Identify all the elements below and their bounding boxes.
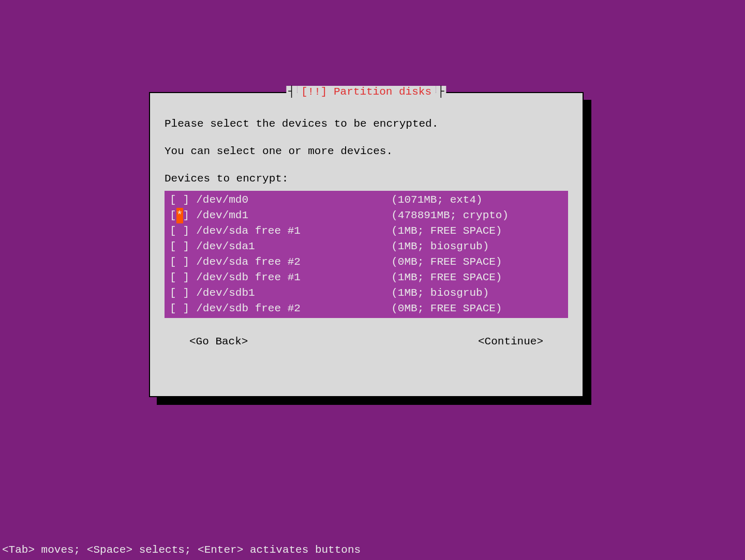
checkbox-mark: *	[176, 208, 183, 223]
dialog-title-bar: ┤ [!!] Partition disks ├	[286, 86, 446, 98]
device-name: /dev/md1	[189, 208, 391, 223]
device-row[interactable]: [ ]/dev/sda free #1(1MB; FREE SPACE)	[165, 223, 568, 239]
device-checkbox[interactable]: [*]	[170, 208, 189, 223]
checkbox-mark	[176, 239, 183, 254]
device-row[interactable]: [ ]/dev/sdb free #2(0MB; FREE SPACE)	[165, 301, 568, 316]
device-row[interactable]: [ ]/dev/md0(1071MB; ext4)	[165, 192, 568, 208]
device-info: (478891MB; crypto)	[391, 208, 509, 223]
device-info: (1MB; biosgrub)	[391, 239, 489, 254]
device-name: /dev/sda free #1	[189, 223, 391, 239]
device-name: /dev/sda1	[189, 239, 391, 254]
instruction-text-1: Please select the devices to be encrypte…	[165, 118, 568, 130]
device-checkbox[interactable]: [ ]	[170, 285, 189, 301]
continue-button[interactable]: <Continue>	[478, 336, 543, 347]
checkbox-mark	[176, 301, 183, 316]
device-row[interactable]: [ ]/dev/sdb free #1(1MB; FREE SPACE)	[165, 270, 568, 285]
device-info: (1MB; FREE SPACE)	[391, 270, 502, 285]
device-row[interactable]: [ ]/dev/sda1(1MB; biosgrub)	[165, 239, 568, 254]
device-checkbox[interactable]: [ ]	[170, 223, 189, 239]
device-info: (1MB; FREE SPACE)	[391, 223, 502, 239]
button-row: <Go Back> <Continue>	[165, 336, 568, 347]
checkbox-mark	[176, 254, 183, 270]
device-info: (0MB; FREE SPACE)	[391, 301, 502, 316]
device-checkbox[interactable]: [ ]	[170, 239, 189, 254]
title-decoration-right: ├	[436, 86, 446, 98]
checkbox-mark	[176, 270, 183, 285]
go-back-button[interactable]: <Go Back>	[189, 336, 248, 347]
device-checkbox[interactable]: [ ]	[170, 192, 189, 208]
device-name: /dev/sdb1	[189, 285, 391, 301]
device-name: /dev/sda free #2	[189, 254, 391, 270]
partition-dialog: ┤ [!!] Partition disks ├ Please select t…	[149, 92, 584, 397]
checkbox-mark	[176, 192, 183, 208]
title-decoration-left: ┤	[286, 86, 297, 98]
dialog-content: Please select the devices to be encrypte…	[150, 93, 583, 362]
device-row[interactable]: [ ]/dev/sda free #2(0MB; FREE SPACE)	[165, 254, 568, 270]
device-checkbox[interactable]: [ ]	[170, 301, 189, 316]
footer-help-text: <Tab> moves; <Space> selects; <Enter> ac…	[2, 544, 361, 556]
device-name: /dev/md0	[189, 192, 391, 208]
device-row[interactable]: [ ]/dev/sdb1(1MB; biosgrub)	[165, 285, 568, 301]
dialog-title: [!!] Partition disks	[297, 86, 436, 98]
device-row[interactable]: [*]/dev/md1(478891MB; crypto)	[165, 208, 568, 223]
device-info: (0MB; FREE SPACE)	[391, 254, 502, 270]
device-checkbox[interactable]: [ ]	[170, 254, 189, 270]
list-label: Devices to encrypt:	[165, 173, 568, 185]
device-list: [ ]/dev/md0(1071MB; ext4)[*]/dev/md1(478…	[165, 191, 568, 318]
device-name: /dev/sdb free #2	[189, 301, 391, 316]
checkbox-mark	[176, 285, 183, 301]
instruction-text-2: You can select one or more devices.	[165, 145, 568, 157]
device-checkbox[interactable]: [ ]	[170, 270, 189, 285]
checkbox-mark	[176, 223, 183, 239]
device-info: (1071MB; ext4)	[391, 192, 482, 208]
device-name: /dev/sdb free #1	[189, 270, 391, 285]
device-info: (1MB; biosgrub)	[391, 285, 489, 301]
